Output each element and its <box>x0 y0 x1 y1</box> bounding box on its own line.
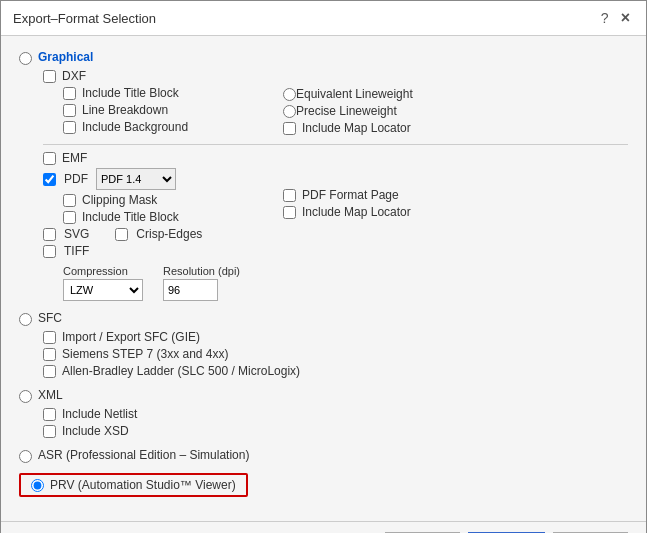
section-sfc: SFC Import / Export SFC (GIE) Siemens ST… <box>19 311 628 378</box>
emf-row: EMF <box>43 151 628 165</box>
xml-include-netlist-label: Include Netlist <box>62 407 137 421</box>
graphical-label[interactable]: Graphical <box>38 50 93 64</box>
pdf-checkbox[interactable] <box>43 173 56 186</box>
crisp-edges-checkbox[interactable] <box>115 228 128 241</box>
section-xml: XML Include Netlist Include XSD <box>19 388 628 438</box>
pdf-include-map-locator-label: Include Map Locator <box>302 205 411 219</box>
pdf-format-page-checkbox[interactable] <box>283 189 296 202</box>
dxf-include-map-locator-label: Include Map Locator <box>302 121 411 135</box>
sfc-allen-bradley-label: Allen-Bradley Ladder (SLC 500 / MicroLog… <box>62 364 300 378</box>
dialog-footer: < Back Next > Cancel <box>1 521 646 533</box>
sfc-allen-bradley-checkbox[interactable] <box>43 365 56 378</box>
xml-include-xsd-label: Include XSD <box>62 424 129 438</box>
sfc-import-export-label: Import / Export SFC (GIE) <box>62 330 200 344</box>
svg-row: SVG Crisp-Edges <box>43 227 263 241</box>
radio-sfc[interactable] <box>19 313 32 326</box>
pdf-label: PDF <box>64 172 88 186</box>
svg-checkbox[interactable] <box>43 228 56 241</box>
title-bar: Export–Format Selection ? × <box>1 1 646 36</box>
dxf-include-background-label: Include Background <box>82 120 188 134</box>
resolution-input[interactable] <box>163 279 218 301</box>
dxf-label: DXF <box>62 69 86 83</box>
dxf-include-map-locator-checkbox[interactable] <box>283 122 296 135</box>
xml-label[interactable]: XML <box>38 388 63 402</box>
xml-content: Include Netlist Include XSD <box>43 407 628 438</box>
pdf-clipping-mask-checkbox[interactable] <box>63 194 76 207</box>
emf-checkbox[interactable] <box>43 152 56 165</box>
section-graphical: Graphical DXF Include Title Block <box>19 50 628 301</box>
sfc-label[interactable]: SFC <box>38 311 62 325</box>
tiff-row: TIFF <box>43 244 240 258</box>
sfc-siemens-label: Siemens STEP 7 (3xx and 4xx) <box>62 347 229 361</box>
dxf-line-breakdown-label: Line Breakdown <box>82 103 168 117</box>
graphical-content: DXF Include Title Block Line Breakdown <box>43 69 628 301</box>
pdf-include-title-block-checkbox[interactable] <box>63 211 76 224</box>
svg-label: SVG <box>64 227 89 241</box>
pdf-format-page-label: PDF Format Page <box>302 188 399 202</box>
xml-include-xsd-checkbox[interactable] <box>43 425 56 438</box>
equivalent-lineweight-radio[interactable] <box>283 88 296 101</box>
compression-label: Compression <box>63 265 143 277</box>
precise-lineweight-radio[interactable] <box>283 105 296 118</box>
precise-lineweight-label: Precise Lineweight <box>296 104 397 118</box>
emf-label: EMF <box>62 151 87 165</box>
prv-label: PRV (Automation Studio™ Viewer) <box>50 478 236 492</box>
sfc-content: Import / Export SFC (GIE) Siemens STEP 7… <box>43 330 628 378</box>
radio-asr[interactable] <box>19 450 32 463</box>
radio-xml[interactable] <box>19 390 32 403</box>
pdf-row: PDF PDF 1.4 PDF 1.5 PDF 1.6 <box>43 168 263 190</box>
asr-label: ASR (Professional Edition – Simulation) <box>38 448 249 462</box>
crisp-edges-label: Crisp-Edges <box>136 227 202 241</box>
export-format-dialog: Export–Format Selection ? × Graphical DX… <box>0 0 647 533</box>
dxf-include-title-block-checkbox[interactable] <box>63 87 76 100</box>
dxf-section: DXF Include Title Block Line Breakdown <box>43 69 628 138</box>
dxf-include-background-checkbox[interactable] <box>63 121 76 134</box>
pdf-include-title-block-label: Include Title Block <box>82 210 179 224</box>
close-button[interactable]: × <box>617 9 634 27</box>
svg-section: SVG Crisp-Edges <box>43 227 628 244</box>
section-asr: ASR (Professional Edition – Simulation) <box>19 448 628 463</box>
radio-graphical[interactable] <box>19 52 32 65</box>
dxf-line-breakdown-checkbox[interactable] <box>63 104 76 117</box>
dialog-content: Graphical DXF Include Title Block <box>1 36 646 521</box>
xml-include-netlist-checkbox[interactable] <box>43 408 56 421</box>
tiff-label: TIFF <box>64 244 89 258</box>
tiff-checkbox[interactable] <box>43 245 56 258</box>
dxf-include-title-block-label: Include Title Block <box>82 86 179 100</box>
tiff-section: TIFF Compression LZW None Deflate <box>43 244 628 301</box>
resolution-label: Resolution (dpi) <box>163 265 240 277</box>
sfc-import-export-checkbox[interactable] <box>43 331 56 344</box>
equivalent-lineweight-label: Equivalent Lineweight <box>296 87 413 101</box>
pdf-include-map-locator-checkbox[interactable] <box>283 206 296 219</box>
dxf-row: DXF <box>43 69 263 83</box>
dialog-title: Export–Format Selection <box>13 11 156 26</box>
section-prv: PRV (Automation Studio™ Viewer) <box>19 473 628 497</box>
pdf-section: PDF PDF 1.4 PDF 1.5 PDF 1.6 Clipping Mas… <box>43 168 628 227</box>
pdf-version-select[interactable]: PDF 1.4 PDF 1.5 PDF 1.6 <box>96 168 176 190</box>
sfc-siemens-checkbox[interactable] <box>43 348 56 361</box>
compression-select[interactable]: LZW None Deflate <box>63 279 143 301</box>
help-button[interactable]: ? <box>601 10 609 26</box>
pdf-clipping-mask-label: Clipping Mask <box>82 193 157 207</box>
radio-prv[interactable] <box>31 479 44 492</box>
dxf-checkbox[interactable] <box>43 70 56 83</box>
